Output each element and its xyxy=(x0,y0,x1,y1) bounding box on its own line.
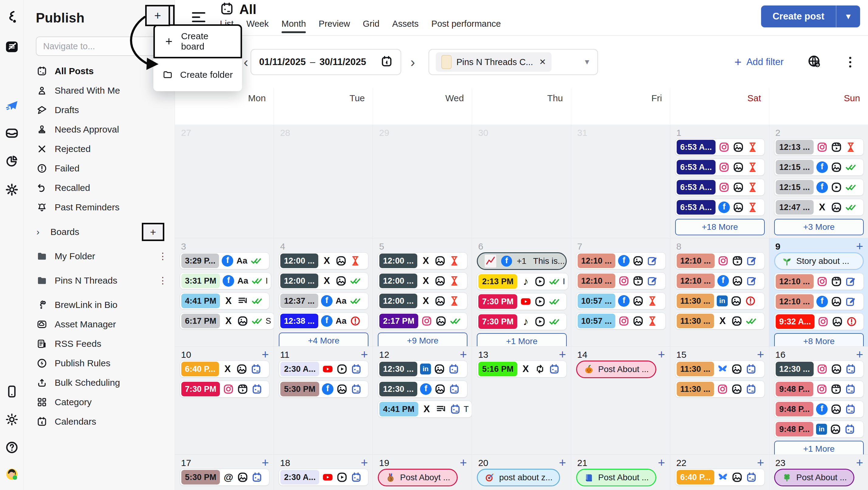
more-posts-button[interactable]: +1 More xyxy=(774,441,864,455)
day-cell-16[interactable]: 16+12:30 ...9:48 P...9:48 P...f9:48 P...… xyxy=(769,347,868,455)
more-posts-button[interactable]: +9 More xyxy=(378,333,467,346)
day-cell-18[interactable]: 18+2:30 A... xyxy=(274,455,373,490)
navigate-search-input[interactable]: Navigate to... xyxy=(36,36,164,56)
day-cell-29[interactable]: 29 xyxy=(373,125,472,238)
prev-month-button[interactable]: ‹ xyxy=(244,54,248,70)
day-cell-28[interactable]: 28 xyxy=(274,125,373,238)
post-pill[interactable]: 7:30 PM♪ xyxy=(477,313,566,330)
sidebar-item-rejected[interactable]: Rejected xyxy=(24,139,175,159)
more-posts-button[interactable]: +1 More xyxy=(477,333,566,346)
sidebar-folder-my-folder[interactable]: My Folder⋮ xyxy=(24,247,175,266)
add-filter-button[interactable]: + Add filter xyxy=(734,56,783,68)
filter-chip[interactable]: Pins N Threads C... ✕ xyxy=(436,52,552,72)
post-pill[interactable]: 12:15 ...f xyxy=(774,159,864,176)
day-cell-30[interactable]: 30 xyxy=(472,125,571,238)
workspace-avatar[interactable] xyxy=(4,39,20,55)
post-pill[interactable]: 12:00 ...X xyxy=(279,252,368,269)
tab-grid[interactable]: Grid xyxy=(363,19,380,33)
post-pill[interactable]: 5:16 PMX xyxy=(477,361,566,377)
calendar-note-pill[interactable]: Story about ... xyxy=(774,252,864,270)
post-pill[interactable]: 12:10 ...f xyxy=(675,272,765,289)
add-post-icon[interactable]: + xyxy=(856,458,863,467)
post-pill[interactable]: 12:00 ...X xyxy=(378,292,467,310)
boards-add-button-highlight[interactable]: + xyxy=(142,223,164,241)
calendar-note-pill[interactable]: Post Aboyt ... xyxy=(378,469,458,486)
day-cell-1[interactable]: 16:53 A...6:53 A...6:53 A...6:53 A...f+1… xyxy=(670,125,769,238)
sidebar-item-boards[interactable]: › Boards + xyxy=(24,222,175,242)
sidebar-item-shared-with-me[interactable]: Shared With Me xyxy=(24,81,175,100)
add-post-icon[interactable]: + xyxy=(559,350,566,359)
post-pill[interactable]: 12:10 ...f xyxy=(774,293,864,310)
more-options-icon[interactable] xyxy=(845,55,855,69)
inbox-nav[interactable] xyxy=(4,125,20,141)
sidebar-toggle-icon[interactable] xyxy=(192,12,205,22)
day-cell-6[interactable]: 6f+1This is...2:13 PM♪I7:30 PM7:30 PM♪+1… xyxy=(472,238,571,346)
menu-item-create-board[interactable]: +Create board xyxy=(153,24,242,58)
post-pill[interactable]: 7:30 PM xyxy=(477,293,566,310)
day-cell-15[interactable]: 15+11:30 ...11:30 ... xyxy=(670,347,769,455)
post-pill[interactable]: 4:41 PMX xyxy=(180,292,269,310)
post-pill[interactable]: 9:48 P...f xyxy=(774,401,864,417)
post-pill[interactable]: 6:40 P...X xyxy=(180,361,269,377)
sidebar-item-failed[interactable]: Failed xyxy=(24,159,175,178)
post-pill[interactable]: 3:29 P...fAa xyxy=(180,252,269,269)
post-pill[interactable]: 10:57 ...f xyxy=(576,292,666,310)
day-cell-11[interactable]: 11+2:30 A...5:30 PMf xyxy=(274,347,373,455)
day-cell-13[interactable]: 13+5:16 PMX xyxy=(472,347,571,455)
more-posts-button[interactable]: +8 More xyxy=(774,333,864,346)
post-pill[interactable]: 12:10 ... xyxy=(675,252,765,269)
create-post-button[interactable]: Create post ▼ xyxy=(761,5,860,27)
add-post-icon[interactable]: + xyxy=(262,350,269,359)
sidebar-item-brewlink-in-bio[interactable]: BrewLink in Bio xyxy=(24,295,175,315)
post-pill[interactable]: 11:30 ...in xyxy=(675,292,765,310)
post-pill[interactable]: 6:40 P... xyxy=(675,469,765,486)
day-cell-23[interactable]: 23+Post About ... xyxy=(769,455,868,490)
chevron-down-icon[interactable]: ▼ xyxy=(836,12,860,21)
add-post-icon[interactable]: + xyxy=(361,350,368,359)
post-pill[interactable]: 12:30 ...f xyxy=(378,381,467,398)
sidebar-item-publish-rules[interactable]: Publish Rules xyxy=(24,353,175,373)
post-pill[interactable]: 4:41 PMXT xyxy=(378,401,472,417)
post-pill[interactable]: 12:10 ... xyxy=(774,273,864,290)
sidebar-item-asset-manager[interactable]: Asset Manager xyxy=(24,315,175,334)
sidebar-item-calendars[interactable]: Calendars xyxy=(24,412,175,431)
post-pill[interactable]: 2:30 A... xyxy=(279,469,368,486)
post-pill[interactable]: 5:30 PM@ xyxy=(180,469,269,486)
folder-options-icon[interactable]: ⋮ xyxy=(158,278,167,283)
post-pill[interactable]: 2:13 PM♪I xyxy=(477,273,568,290)
day-cell-31[interactable]: 31 xyxy=(571,125,670,238)
plus-icon[interactable]: + xyxy=(147,6,168,25)
post-pill[interactable]: 6:53 A... xyxy=(675,179,765,196)
sidebar-item-bulk-scheduling[interactable]: Bulk Scheduling xyxy=(24,373,175,393)
tab-week[interactable]: Week xyxy=(246,19,269,33)
day-cell-12[interactable]: 12+12:30 ...in12:30 ...f4:41 PMXT xyxy=(373,347,472,455)
post-pill[interactable]: 7:30 PM xyxy=(180,381,269,398)
post-pill[interactable]: 11:30 ... xyxy=(675,361,765,377)
post-pill[interactable]: 9:32 A... xyxy=(774,313,864,330)
chevron-right-icon[interactable]: › xyxy=(36,227,44,237)
add-post-icon[interactable]: + xyxy=(559,458,566,467)
calendar-note-pill[interactable]: Post About ... xyxy=(576,361,657,378)
theme-toggle[interactable] xyxy=(4,411,20,427)
dropdown-caret-icon[interactable]: ▼ xyxy=(583,58,591,66)
more-posts-button[interactable]: +18 More xyxy=(675,219,765,235)
day-cell-2[interactable]: 212:13 ...12:15 ...f12:15 ...f12:47 ...X… xyxy=(769,125,868,238)
day-cell-9[interactable]: 9+Story about ...12:10 ...12:10 ...f9:32… xyxy=(769,238,868,346)
add-post-icon[interactable]: + xyxy=(856,241,863,251)
more-posts-button[interactable]: +4 More xyxy=(279,333,368,346)
create-menu-button-highlight[interactable]: + xyxy=(145,5,170,26)
date-range-picker[interactable]: 01/11/2025 – 30/11/2025 xyxy=(251,49,401,75)
post-pill[interactable]: 2:17 PM xyxy=(378,313,467,329)
day-cell-27[interactable]: 27 xyxy=(175,125,274,238)
sidebar-item-rss-feeds[interactable]: RSS Feeds xyxy=(24,334,175,353)
post-pill[interactable]: 6:53 A...f xyxy=(675,199,765,216)
add-post-icon[interactable]: + xyxy=(757,350,764,359)
calendar-note-pill[interactable]: Post About ... xyxy=(774,469,855,486)
account-filter-select[interactable]: Pins N Threads C... ✕ ▼ xyxy=(429,49,598,75)
post-pill[interactable]: 12:30 ...in xyxy=(378,361,467,377)
remove-chip-icon[interactable]: ✕ xyxy=(538,57,546,67)
post-pill[interactable]: 9:48 P...in xyxy=(774,421,864,438)
day-cell-22[interactable]: 22+6:40 P... xyxy=(670,455,769,490)
post-pill[interactable]: 2:30 A... xyxy=(279,361,368,377)
next-month-button[interactable]: › xyxy=(410,54,415,70)
